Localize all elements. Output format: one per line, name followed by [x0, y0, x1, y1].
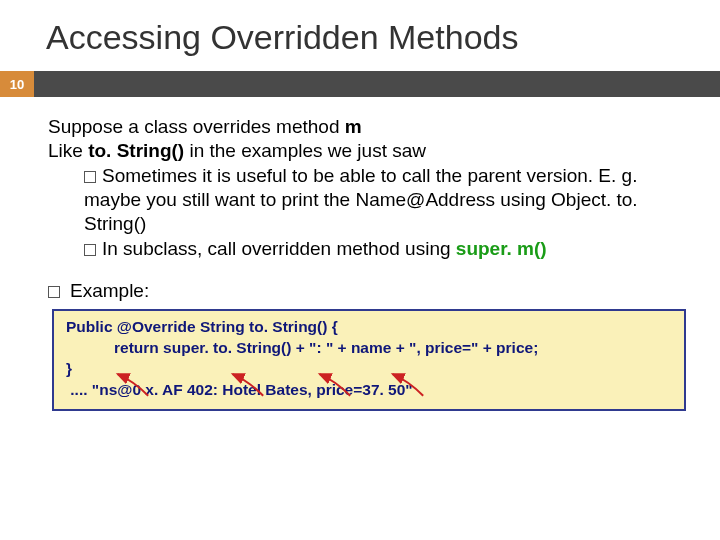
para-2a: Like	[48, 140, 88, 161]
bullet-1: Sometimes it is useful to be able to cal…	[84, 164, 682, 237]
bullet-2a: In subclass, call overridden method usin…	[102, 238, 456, 259]
header-bar: 10	[0, 71, 720, 97]
para-2c: in the examples we just saw	[184, 140, 426, 161]
code-line-3: }	[66, 359, 674, 380]
super-call: super. m()	[456, 238, 547, 259]
code-box: Public @Override String to. String() { r…	[52, 309, 686, 411]
code-line-2: return super. to. String() + ": " + name…	[114, 338, 674, 359]
para-2: Like to. String() in the examples we jus…	[48, 139, 682, 163]
checkbox-icon	[84, 171, 96, 183]
code-line-4-text: .... "ns@0 x. AF 402: Hotel Bates, price…	[70, 381, 412, 398]
para-1: Suppose a class overrides method m	[48, 115, 682, 139]
code-line-4: .... "ns@0 x. AF 402: Hotel Bates, price…	[66, 380, 674, 401]
bullet-1-text: Sometimes it is useful to be able to cal…	[84, 165, 638, 235]
tostring-ref: to. String()	[88, 140, 184, 161]
example-label-row: Example:	[48, 279, 682, 303]
method-m: m	[345, 116, 362, 137]
slide-title: Accessing Overridden Methods	[0, 0, 720, 57]
header-stripe	[34, 71, 720, 97]
checkbox-icon	[84, 244, 96, 256]
bullet-2: In subclass, call overridden method usin…	[84, 237, 682, 261]
para-1a: Suppose a class overrides method	[48, 116, 345, 137]
slide-body: Suppose a class overrides method m Like …	[0, 97, 720, 303]
code-line-1: Public @Override String to. String() {	[66, 317, 674, 338]
page-number: 10	[0, 71, 34, 97]
example-label: Example:	[70, 280, 149, 301]
square-icon	[48, 286, 60, 298]
